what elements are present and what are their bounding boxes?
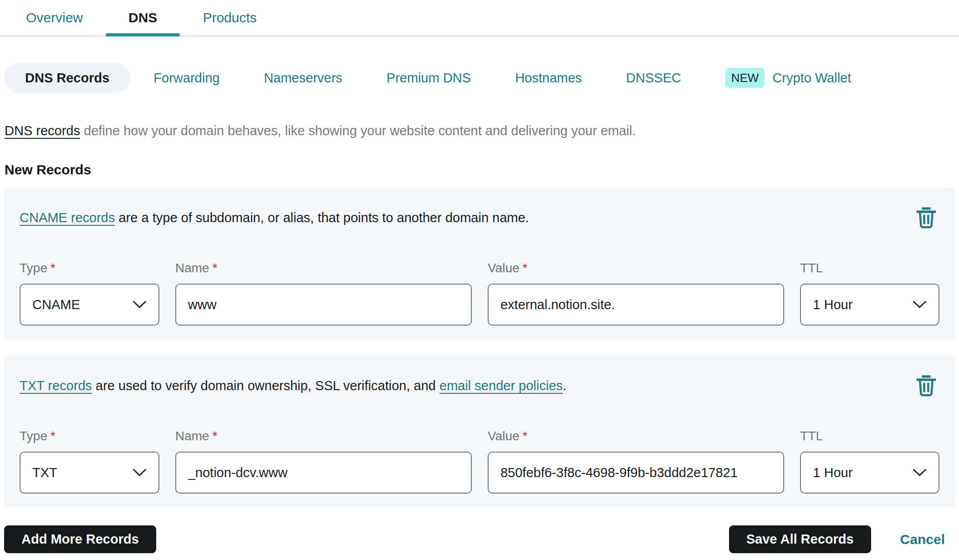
record-intro-tail: .	[563, 378, 566, 393]
tab-products[interactable]: Products	[180, 0, 279, 36]
name-label: Name*	[175, 428, 472, 444]
name-input[interactable]	[175, 284, 472, 326]
type-field: Type* TXT	[20, 428, 159, 494]
name-field: Name*	[175, 260, 472, 326]
subtab-dns-records[interactable]: DNS Records	[4, 63, 130, 93]
subtab-crypto-wallet[interactable]: NEW Crypto Wallet	[704, 63, 872, 93]
record-intro: CNAME records are a type of subdomain, o…	[20, 209, 529, 227]
ttl-field: TTL 1 Hour	[800, 428, 939, 494]
type-field: Type* CNAME	[20, 260, 159, 326]
ttl-select-value: 1 Hour	[813, 297, 852, 312]
txt-records-link[interactable]: TXT records	[20, 378, 92, 393]
subtab-crypto-wallet-label: Crypto Wallet	[772, 71, 851, 86]
value-field: Value*	[488, 260, 784, 326]
required-asterisk: *	[212, 429, 217, 443]
type-select[interactable]: TXT	[20, 452, 159, 494]
chevron-down-icon	[133, 300, 147, 309]
actions-right: Save All Records Cancel	[729, 525, 955, 553]
delete-record-button[interactable]	[913, 372, 939, 400]
name-label: Name*	[175, 260, 472, 276]
cancel-link[interactable]: Cancel	[900, 532, 945, 547]
ttl-field: TTL 1 Hour	[800, 260, 939, 326]
value-field: Value*	[488, 428, 784, 494]
ttl-select[interactable]: 1 Hour	[800, 452, 939, 494]
required-asterisk: *	[51, 261, 56, 275]
record-card-txt: TXT records are used to verify domain ow…	[4, 356, 955, 507]
record-card-header: CNAME records are a type of subdomain, o…	[20, 203, 939, 232]
record-fields: Type* TXT Name* Value* TTL 1 Hour	[20, 428, 939, 494]
subtab-nameservers[interactable]: Nameservers	[243, 63, 363, 93]
ttl-label: TTL	[800, 428, 939, 444]
cname-records-link[interactable]: CNAME records	[20, 210, 115, 225]
name-field: Name*	[175, 428, 472, 494]
new-records-heading: New Records	[5, 162, 954, 178]
record-intro-text: are used to verify domain ownership, SSL…	[92, 378, 439, 393]
value-input[interactable]	[488, 284, 784, 326]
chevron-down-icon	[913, 468, 927, 477]
type-label: Type*	[20, 260, 159, 276]
email-sender-policies-link[interactable]: email sender policies	[439, 378, 563, 393]
chevron-down-icon	[133, 468, 147, 477]
required-asterisk: *	[212, 261, 217, 275]
actions-bar: Add More Records Save All Records Cancel	[4, 525, 955, 553]
type-select[interactable]: CNAME	[20, 284, 159, 326]
required-asterisk: *	[523, 261, 528, 275]
dns-subtab-bar: DNS Records Forwarding Nameservers Premi…	[4, 63, 959, 93]
subtab-hostnames[interactable]: Hostnames	[494, 63, 603, 93]
name-input[interactable]	[175, 452, 472, 494]
tab-dns[interactable]: DNS	[106, 0, 180, 36]
record-card-header: TXT records are used to verify domain ow…	[20, 371, 939, 400]
value-label: Value*	[488, 428, 784, 444]
record-intro-text: are a type of subdomain, or alias, that …	[115, 210, 529, 225]
subtab-forwarding[interactable]: Forwarding	[133, 63, 240, 93]
type-select-value: TXT	[32, 465, 57, 480]
type-label: Type*	[20, 428, 159, 444]
ttl-select[interactable]: 1 Hour	[800, 284, 939, 326]
required-asterisk: *	[523, 429, 528, 443]
value-label: Value*	[488, 260, 784, 276]
trash-icon	[916, 207, 937, 229]
top-tab-bar: Overview DNS Products	[0, 0, 959, 36]
new-badge: NEW	[725, 68, 765, 88]
record-intro: TXT records are used to verify domain ow…	[20, 377, 566, 395]
tab-overview[interactable]: Overview	[3, 0, 106, 36]
delete-record-button[interactable]	[913, 204, 939, 232]
type-select-value: CNAME	[32, 297, 80, 312]
add-more-records-button[interactable]: Add More Records	[4, 525, 156, 553]
required-asterisk: *	[51, 429, 56, 443]
dns-description: DNS records define how your domain behav…	[5, 122, 954, 139]
ttl-label: TTL	[800, 260, 939, 276]
record-fields: Type* CNAME Name* Value* TTL 1 Hour	[20, 260, 939, 326]
dns-description-text: define how your domain behaves, like sho…	[80, 123, 636, 138]
record-card-cname: CNAME records are a type of subdomain, o…	[4, 188, 955, 339]
save-all-records-button[interactable]: Save All Records	[729, 525, 871, 553]
chevron-down-icon	[913, 300, 927, 309]
trash-icon	[916, 375, 937, 397]
ttl-select-value: 1 Hour	[813, 465, 852, 480]
subtab-dnssec[interactable]: DNSSEC	[605, 63, 702, 93]
value-input[interactable]	[488, 452, 784, 494]
subtab-premium-dns[interactable]: Premium DNS	[366, 63, 492, 93]
dns-records-link[interactable]: DNS records	[5, 123, 80, 138]
